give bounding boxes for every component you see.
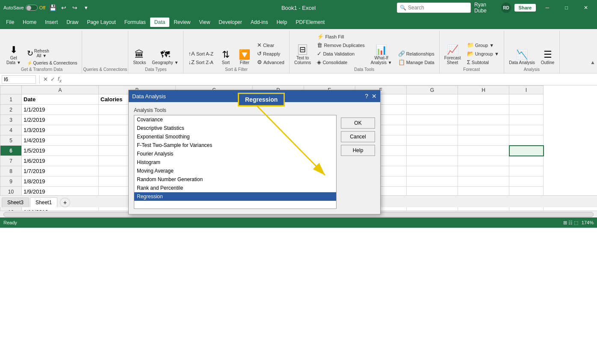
ribbon-expand[interactable]: ▲ xyxy=(590,31,595,73)
autosave-switch[interactable] xyxy=(26,5,38,11)
text-to-columns-button[interactable]: ⊟ Text toColumns xyxy=(292,43,313,66)
ribbon-group-forecast: 📈 ForecastSheet 📁 Group ▼ 📂 Ungroup ▼ Σ … xyxy=(440,31,504,73)
menu-home[interactable]: Home xyxy=(18,18,41,27)
sort-az-button[interactable]: ↑A Sort A-Z xyxy=(186,50,216,58)
what-if-icon: 📊 xyxy=(375,45,387,55)
menu-file[interactable]: File xyxy=(2,18,18,27)
geography-button[interactable]: 🗺 Geography ▼ xyxy=(150,49,180,66)
save-icon[interactable]: 💾 xyxy=(49,4,56,12)
insert-function-icon[interactable]: fx xyxy=(58,76,62,83)
menu-help[interactable]: Help xyxy=(272,18,292,27)
analysis-tool-item[interactable]: Covariance xyxy=(134,115,336,124)
modal-help-icon[interactable]: ? xyxy=(365,93,368,100)
statusbar-icons: ⊞ ☷ ⬚ xyxy=(563,220,578,226)
cell-reference-input[interactable] xyxy=(2,75,36,84)
menu-draw[interactable]: Draw xyxy=(62,18,83,27)
stocks-button[interactable]: 🏛 Stocks xyxy=(131,49,148,66)
data-analysis-ribbon-label: Data Analysis xyxy=(509,60,535,65)
modal-overlay: Data Analysis ? ✕ Analysis Tools Covaria… xyxy=(0,85,597,217)
ribbon-group-content-sort-filter: ↑A Sort A-Z ↓Z Sort Z-A ⇅ Sort 🔽 Filter … xyxy=(186,32,286,66)
data-analysis-ribbon-button[interactable]: 📉 Data Analysis xyxy=(507,49,537,66)
outline-label: Outline xyxy=(541,60,555,65)
close-button[interactable]: ✕ xyxy=(578,0,594,15)
modal-cancel-button[interactable]: Cancel xyxy=(341,131,375,142)
reapply-button[interactable]: ↺ Reapply xyxy=(255,50,287,58)
share-button[interactable]: Share xyxy=(514,4,536,12)
analysis-tool-item[interactable]: Regression xyxy=(134,192,336,201)
analysis-tools-listbox[interactable]: CovarianceDescriptive StatisticsExponent… xyxy=(134,115,337,209)
menu-pdfelement[interactable]: PDFElement xyxy=(291,18,329,27)
menu-data[interactable]: Data xyxy=(150,18,169,27)
what-if-label: What-IfAnalysis ▼ xyxy=(371,56,392,65)
analysis-tool-item[interactable]: Exponential Smoothing xyxy=(134,132,336,141)
analysis-tool-item[interactable]: Random Number Generation xyxy=(134,175,336,184)
redo-icon[interactable]: ↪ xyxy=(71,4,79,12)
titlebar-right: 🔍 Ryan Dube RD Share ─ □ ✕ xyxy=(397,0,594,15)
subtotal-button[interactable]: Σ Subtotal xyxy=(465,58,501,66)
menu-formulas[interactable]: Formulas xyxy=(120,18,150,27)
analysis-tool-item[interactable]: Moving Average xyxy=(134,167,336,175)
relationships-button[interactable]: 🔗 Relationships xyxy=(396,50,437,58)
function-icon[interactable]: ✕ xyxy=(43,76,48,82)
confirm-icon[interactable]: ✓ xyxy=(50,76,55,82)
undo-icon[interactable]: ↩ xyxy=(60,4,68,12)
modal-title-text: Data Analysis xyxy=(132,93,166,100)
refresh-button[interactable]: ↻ RefreshAll ▼ xyxy=(25,47,80,59)
customize-icon[interactable]: ▼ xyxy=(82,4,90,12)
menu-review[interactable]: Review xyxy=(169,18,195,27)
filter-button[interactable]: 🔽 Filter xyxy=(236,49,253,66)
search-icon: 🔍 xyxy=(400,5,406,11)
sort-label: Sort xyxy=(222,60,230,65)
forecast-sheet-button[interactable]: 📈 ForecastSheet xyxy=(442,44,463,66)
analysis-tool-item[interactable]: F-Test Two-Sample for Variances xyxy=(134,141,336,150)
analysis-tool-item[interactable]: Fourier Analysis xyxy=(134,150,336,158)
group-label-analysis: Analysis xyxy=(507,66,557,73)
zoom-level: 174% xyxy=(582,220,594,225)
get-data-label: GetData ▼ xyxy=(6,56,21,65)
modal-ok-button[interactable]: OK xyxy=(341,117,375,129)
sort-icon: ⇅ xyxy=(222,50,230,59)
autosave-toggle[interactable]: AutoSave Off xyxy=(3,5,45,11)
modal-body: Analysis Tools CovarianceDescriptive Sta… xyxy=(129,102,380,214)
manage-dm-button[interactable]: 📋 Manage Data xyxy=(396,58,437,66)
get-data-button[interactable]: ⬇ GetData ▼ xyxy=(4,44,23,66)
advanced-button[interactable]: ⚙ Advanced xyxy=(255,58,287,66)
minimize-button[interactable]: ─ xyxy=(539,0,555,15)
analysis-tool-item[interactable]: Rank and Percentile xyxy=(134,184,336,192)
title-search-box[interactable]: 🔍 xyxy=(397,3,471,13)
menu-developer[interactable]: Developer xyxy=(214,18,246,27)
ungroup-button[interactable]: 📂 Ungroup ▼ xyxy=(465,50,501,58)
user-avatar: RD xyxy=(501,3,511,13)
group-label-queries: Queries & Connections xyxy=(83,66,127,73)
sort-za-button[interactable]: ↓Z Sort Z-A xyxy=(186,58,216,66)
modal-help-button[interactable]: Help xyxy=(341,145,375,156)
group-button[interactable]: 📁 Group ▼ xyxy=(465,41,501,49)
text-to-columns-label: Text toColumns xyxy=(294,56,311,65)
modal-close-icon[interactable]: ✕ xyxy=(372,93,377,100)
flash-fill-icon: ⚡ xyxy=(317,33,324,40)
menu-view[interactable]: View xyxy=(195,18,215,27)
maximize-button[interactable]: □ xyxy=(559,0,574,15)
filter-label: Filter xyxy=(240,60,249,65)
menu-insert[interactable]: Insert xyxy=(41,18,62,27)
outline-button[interactable]: ☰ Outline xyxy=(539,49,557,66)
what-if-analysis-button[interactable]: 📊 What-IfAnalysis ▼ xyxy=(369,44,394,66)
menu-page-layout[interactable]: Page Layout xyxy=(83,18,120,27)
autosave-state: Off xyxy=(39,5,45,10)
modal-button-group: OK Cancel Help xyxy=(341,107,375,209)
title-search-input[interactable] xyxy=(408,5,468,11)
flash-fill-button[interactable]: ⚡ Flash Fill xyxy=(315,32,366,41)
remove-dups-button[interactable]: 🗑 Remove Duplicates xyxy=(315,41,366,49)
sort-button[interactable]: ⇅ Sort xyxy=(217,49,234,66)
analysis-tool-item[interactable]: Histogram xyxy=(134,158,336,167)
refresh-col: ↻ RefreshAll ▼ ⚡ Queries & Connections xyxy=(25,47,80,66)
ribbon: ⬇ GetData ▼ ↻ RefreshAll ▼ ⚡ Queries & C… xyxy=(0,29,597,73)
consolidate-button[interactable]: ◈ Consolidate xyxy=(315,58,366,66)
menu-addins[interactable]: Add-ins xyxy=(246,18,272,27)
formula-input[interactable] xyxy=(63,76,595,82)
titlebar-left: AutoSave Off 💾 ↩ ↪ ▼ xyxy=(3,4,200,12)
analysis-tool-item[interactable]: Descriptive Statistics xyxy=(134,124,336,132)
clear-button[interactable]: ✕ Clear xyxy=(255,41,287,49)
data-validation-button[interactable]: ✓ Data Validation xyxy=(315,50,366,58)
refresh-icon: ↻ xyxy=(27,50,33,57)
